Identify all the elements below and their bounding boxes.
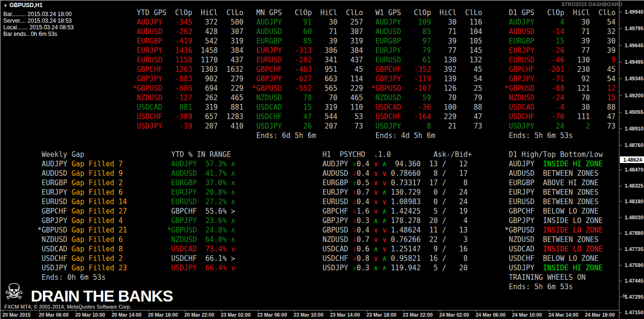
gps-row-EURGBP: EURGBP 85 39 319 bbox=[252, 36, 363, 46]
price-value: 130.729 bbox=[387, 188, 421, 197]
cllo-value: 30 bbox=[590, 37, 616, 45]
symbol-label: USDJPY bbox=[371, 122, 405, 130]
cllo-value: 73 bbox=[457, 122, 482, 130]
dashboard-watermark: $TRO2015 DASHBOARD bbox=[562, 1, 622, 7]
psycho-row-GBPCHF: GBPCHF ⇩1.6 ∨ ∧ 1.42425 5 / 19 bbox=[318, 207, 472, 216]
down-chevron-icon: ∨ bbox=[369, 198, 378, 206]
down-arrow-icon: ⇩ bbox=[352, 207, 357, 216]
clop-value: 1436 bbox=[166, 46, 192, 55]
hicl-value: 230 bbox=[564, 65, 590, 74]
small-skull-icon: ☠ bbox=[622, 292, 627, 300]
psycho-header: H1 PSYCHO .1.0 Ask-/Bid+ bbox=[318, 150, 472, 159]
price-scale[interactable]: 1.499401.497951.496451.494951.493451.492… bbox=[619, 0, 644, 319]
time-label: 20 Mar 18:00 bbox=[148, 312, 178, 318]
symbol-label: USDCAD bbox=[37, 245, 71, 253]
symbol-label: EURGBP bbox=[167, 179, 201, 187]
symbol-label: GBPJPY bbox=[505, 216, 543, 225]
cllo-value: 54 bbox=[590, 75, 616, 83]
symbol-label: USDJPY bbox=[505, 122, 539, 130]
gps-row-GBPCHF: GBPCHF -201 230 45 bbox=[505, 65, 616, 74]
psycho-delta-value: 0.3 bbox=[357, 264, 369, 272]
ends-countdown: Ends: 0h 6m 53s bbox=[37, 273, 106, 282]
symbol-label: AUDJPY bbox=[252, 18, 286, 26]
symbol-label: GBPCHF bbox=[505, 207, 543, 216]
hicl-value: 77 bbox=[431, 46, 456, 55]
down-chevron-icon: ∨ bbox=[231, 245, 235, 253]
cllo-value: 47 bbox=[457, 112, 482, 121]
price-label: 1.49200 bbox=[625, 93, 644, 98]
time-label: 24 Mar 10:00 bbox=[512, 312, 542, 318]
ask-bid-value: 16 / 8 bbox=[421, 254, 468, 263]
symbol-label: GBPCHF bbox=[132, 65, 166, 74]
price-tick bbox=[619, 12, 622, 12]
ends-countdown: Ends: 4d 5h 6m bbox=[371, 131, 435, 140]
psycho-delta-value: 0.7 bbox=[357, 235, 369, 244]
zones-ends: Ends: 5h 6m 53s bbox=[505, 282, 603, 292]
price-value: 1.42425 bbox=[387, 207, 421, 216]
down-arrow-icon: ⇩ bbox=[352, 169, 357, 178]
gps-row-GBPCHF: GBPCHF -352 392 45 bbox=[371, 65, 482, 74]
symbol-period-title[interactable]: ▼GBPUSD,H1 bbox=[3, 2, 74, 9]
gap-filled-value: Gap Filled 4 bbox=[71, 216, 122, 225]
range-pct-value: 57.3% bbox=[201, 160, 231, 168]
server-time-line: Server.... 2015.03.24 18:53 bbox=[3, 17, 74, 24]
down-chevron-icon: ∨ bbox=[231, 264, 235, 272]
gps-header: D1 GPS ClOp HiCl ClLo bbox=[505, 8, 616, 17]
up-chevron-icon: ∧ bbox=[231, 226, 235, 234]
gps-row-GBPJPY: GBPJPY -119 139 54 bbox=[371, 74, 482, 84]
gps-row-USDCHF: USDCHF -389 657 1283 bbox=[132, 112, 244, 121]
hicl-value: 663 bbox=[312, 75, 337, 83]
time-axis[interactable]: 20 Mar 201520 Mar 06:0020 Mar 10:0020 Ma… bbox=[0, 310, 644, 319]
cllo-value: 104 bbox=[457, 27, 482, 36]
gps-header: W1 GPS ClOp HiCl ClLo bbox=[371, 8, 482, 17]
symbol-label: USDCHF bbox=[318, 254, 352, 263]
zone-status-value: BELOW LO ZONE bbox=[543, 207, 598, 216]
symbol-label: USDCHF bbox=[505, 254, 543, 263]
psycho-delta-value: 0.3 bbox=[357, 216, 369, 225]
down-arrow-icon: ⇩ bbox=[352, 188, 357, 197]
cllo-value: 12 bbox=[590, 84, 616, 93]
clop-value: -36 bbox=[405, 103, 431, 112]
symbol-label: EURUSD bbox=[505, 56, 539, 64]
psycho-delta-value: 0.5 bbox=[357, 179, 369, 187]
price-value: 1.25147 bbox=[387, 245, 421, 253]
symbol-label: EURJPY bbox=[505, 188, 543, 197]
hicl-value: 21 bbox=[431, 122, 456, 130]
gps-row-EURGBP: EURGBP 97 39 105 bbox=[371, 36, 482, 46]
cllo-value: 47 bbox=[590, 112, 616, 121]
up-arrow-icon: ⇧ bbox=[352, 264, 357, 272]
zone-status-value: INSIDE HI ZONE bbox=[543, 264, 602, 272]
weekly-gap-table: Weekly Gap AUDJPY Gap Filled 7 AUDUSD Ga… bbox=[37, 150, 127, 282]
ends-countdown: Ends: 5h 6m 53s bbox=[505, 131, 573, 140]
price-value: 0.78660 bbox=[387, 169, 421, 178]
gps-row-GBPUSD: *GBPUSD -88 121 12 bbox=[505, 84, 616, 93]
gps-row-USDCAD: USDCAD 15 319 110 bbox=[252, 103, 363, 112]
clop-value: 26 bbox=[286, 122, 312, 130]
symbol-label: EURGBP bbox=[318, 179, 352, 187]
price-label: 1.48470 bbox=[625, 167, 644, 172]
clop-value: -14 bbox=[539, 27, 564, 36]
up-chevron-icon: ∧ bbox=[231, 160, 235, 168]
time-label: 24 Mar 18:00 bbox=[585, 312, 615, 318]
symbol-label: AUDUSD bbox=[318, 169, 352, 178]
gps-row-NZDUSD: NZDUSD -127 262 465 bbox=[132, 93, 244, 103]
down-chevron-icon: ∨ bbox=[369, 179, 378, 187]
d1-zones-table: D1 High/Top Bottom/Low AUDJPY INSIDE HI … bbox=[505, 150, 603, 292]
up-chevron-icon: ∧ bbox=[231, 179, 235, 187]
hicl-value: 392 bbox=[431, 65, 456, 74]
weekly-gap-row-EURJPY: EURJPY Gap Filled 6 bbox=[37, 188, 127, 197]
zone-row-USDCHF: USDCHF BELOW LO ZONE bbox=[505, 254, 603, 263]
symbol-label: NZDUSD bbox=[505, 94, 539, 102]
price-label: 1.49055 bbox=[625, 109, 644, 115]
right-chevron-icon: ≻ bbox=[231, 254, 235, 263]
symbol-label: GBPJPY bbox=[252, 75, 286, 83]
ytd-gps-table: YTD GPS ClOp HiCl ClLo AUDJPY -345 372 5… bbox=[132, 8, 244, 131]
cllo-value: 25 bbox=[457, 84, 482, 93]
clop-value: -46 bbox=[539, 56, 564, 64]
up-chevron-icon: ∧ bbox=[231, 198, 235, 206]
clop-value: -686 bbox=[166, 84, 192, 93]
gps-row-EURUSD: EURUSD 1158 1170 437 bbox=[132, 55, 244, 65]
up-chevron-icon: ∧ bbox=[231, 235, 235, 244]
gps-row-EURJPY: EURJPY 79 77 145 bbox=[371, 46, 482, 55]
range-pct-value: 55.6% bbox=[201, 207, 231, 216]
